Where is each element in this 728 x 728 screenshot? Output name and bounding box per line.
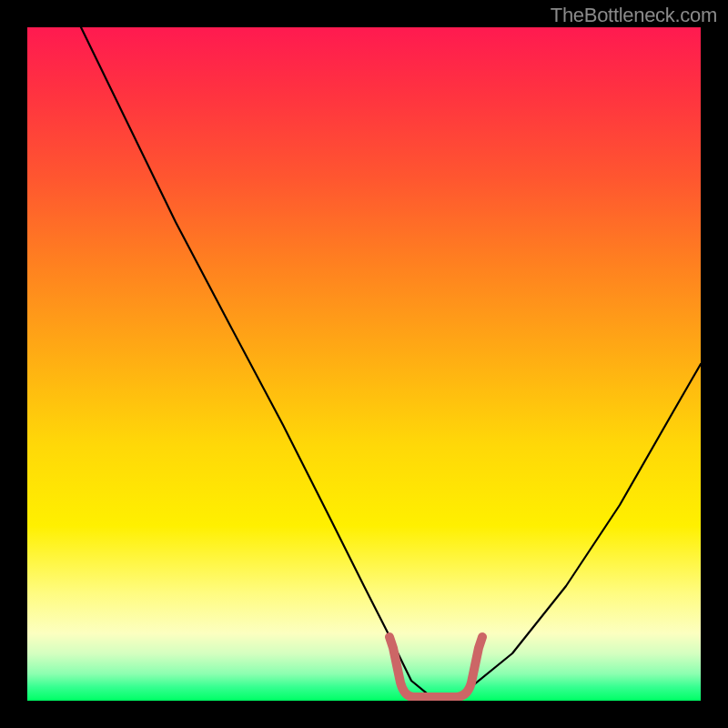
chart-svg <box>27 27 701 701</box>
flat-bottom-marker <box>389 637 482 697</box>
bottleneck-curve <box>81 27 701 697</box>
watermark-label: TheBottleneck.com <box>551 4 717 27</box>
plot-area <box>27 27 701 701</box>
chart-frame: TheBottleneck.com <box>0 0 728 728</box>
